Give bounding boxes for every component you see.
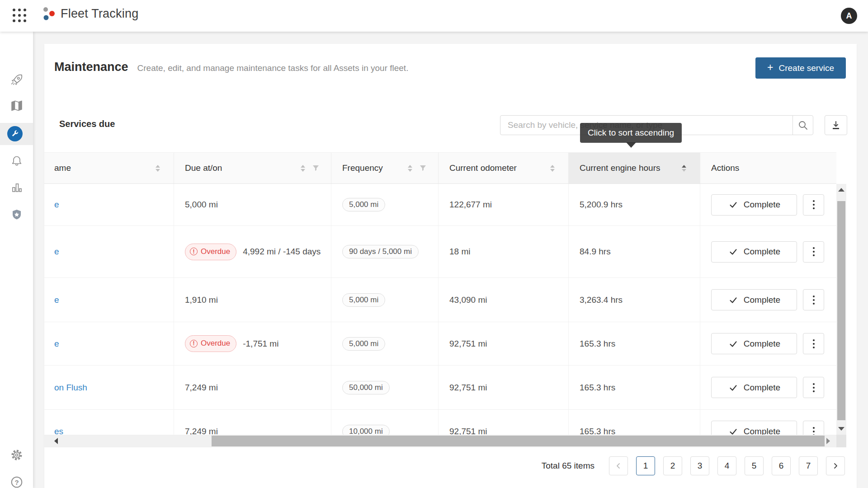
scroll-down-arrow-icon[interactable] [838,427,844,431]
cell-name: e [44,184,174,225]
download-button[interactable] [825,115,847,135]
sort-carets-icon[interactable] [550,165,555,172]
sort-carets-icon[interactable] [682,165,686,172]
service-link[interactable]: e [54,247,59,257]
kebab-menu-button[interactable] [803,377,824,398]
column-header-label: ame [54,163,71,173]
column-header-label: Due at/on [185,163,222,173]
vertical-scrollbar[interactable] [836,184,846,435]
sort-carets-icon[interactable] [408,165,412,172]
complete-label: Complete [744,427,780,435]
service-link[interactable]: es [54,427,63,435]
rocket-icon [9,73,24,87]
pagination-page-4[interactable]: 4 [717,456,736,475]
cell-frequency: 5,000 mi [331,184,439,225]
cell-engine-hours: 84.9 hrs [569,226,700,277]
pagination-page-6[interactable]: 6 [772,456,791,475]
sidebar-item-help[interactable]: ? [0,475,33,488]
frequency-chip: 5,000 mi [342,293,385,307]
vertical-scrollbar-thumb[interactable] [837,201,845,420]
brand-title: Fleet Tracking [61,7,138,21]
kebab-menu-button[interactable] [803,333,824,354]
sidebar: ? » [0,32,33,488]
cell-due: 7,249 mi [174,366,331,409]
column-header[interactable]: ame [44,153,174,183]
horizontal-scrollbar[interactable] [44,435,836,447]
cell-due: 5,000 mi [174,184,331,225]
engine-hours-value: 165.3 hrs [580,383,615,393]
pagination-page-1[interactable]: 1 [636,456,655,475]
brand: Fleet Tracking [42,6,138,21]
complete-button[interactable]: Complete [711,377,797,398]
filter-funnel-icon [420,165,426,171]
cell-actions: Complete [700,278,836,322]
scroll-up-arrow-icon[interactable] [838,188,844,192]
kebab-menu-button[interactable] [803,421,824,435]
horizontal-scrollbar-thumb[interactable] [212,436,825,446]
cell-frequency: 5,000 mi [331,278,439,322]
plus-icon: + [767,61,773,74]
create-service-label: Create service [779,63,835,73]
search-button[interactable] [793,115,813,135]
cell-engine-hours: 165.3 hrs [569,366,700,409]
overdue-alert-icon: ! [190,340,198,347]
due-value: 1,910 mi [185,294,218,306]
sidebar-item-reports[interactable] [0,180,33,195]
pagination-page-2[interactable]: 2 [663,456,682,475]
sidebar-item-alerts[interactable] [0,154,33,168]
download-icon [830,119,842,131]
scrollbar-corner [836,435,846,447]
complete-button[interactable]: Complete [711,241,797,263]
column-header[interactable]: Current odometer [439,153,569,183]
complete-button[interactable]: Complete [711,289,797,310]
chevron-right-icon [832,463,839,469]
sidebar-item-admin[interactable] [0,208,33,222]
app-launcher-grid-icon[interactable] [13,9,28,24]
service-link[interactable]: e [54,200,59,210]
service-link[interactable]: e [54,339,59,349]
complete-label: Complete [744,247,780,257]
scroll-right-arrow-icon[interactable] [826,438,830,444]
cell-engine-hours: 165.3 hrs [569,322,700,365]
scroll-left-arrow-icon[interactable] [54,438,58,444]
sidebar-item-settings[interactable] [0,448,33,462]
pagination-page-7[interactable]: 7 [799,456,818,475]
sort-carets-icon[interactable] [301,165,305,172]
engine-hours-value: 3,263.4 hrs [580,295,623,305]
table-row: e!Overdue-1,751 mi5,000 mi92,751 mi165.3… [44,322,836,366]
page-number: 1 [643,461,648,471]
pagination: Total 65 items 1234567 [542,456,845,475]
frequency-chip: 5,000 mi [342,337,385,351]
sort-tooltip-text: Click to sort ascending [588,128,674,137]
overdue-badge: !Overdue [185,335,236,352]
pagination-page-3[interactable]: 3 [690,456,709,475]
service-link[interactable]: e [54,295,59,305]
column-header[interactable]: Frequency [331,153,439,183]
service-link[interactable]: on Flush [54,383,87,393]
complete-button[interactable]: Complete [711,333,797,354]
sidebar-item-rocket[interactable] [0,73,33,87]
kebab-menu-button[interactable] [803,241,824,263]
odometer-value: 18 mi [449,247,470,257]
user-avatar[interactable]: A [841,8,857,24]
check-icon [728,426,739,435]
sidebar-item-map[interactable] [0,99,33,113]
sidebar-item-maintenance[interactable] [7,126,23,141]
column-header[interactable]: Due at/on [174,153,331,183]
kebab-menu-button[interactable] [803,194,824,216]
complete-button[interactable]: Complete [711,421,797,435]
engine-hours-value: 165.3 hrs [580,339,615,349]
kebab-menu-button[interactable] [803,289,824,310]
create-service-button[interactable]: + Create service [755,57,846,79]
cell-name: e [44,278,174,322]
complete-label: Complete [744,383,780,393]
column-header[interactable]: Current engine hours [569,153,700,183]
complete-button[interactable]: Complete [711,194,797,216]
odometer-value: 92,751 mi [449,339,487,349]
pagination-page-5[interactable]: 5 [745,456,764,475]
pagination-next-button[interactable] [826,456,845,475]
pagination-prev-button[interactable] [609,456,628,475]
sort-carets-icon[interactable] [156,165,160,172]
topbar: Fleet Tracking A [0,0,868,32]
cell-engine-hours: 165.3 hrs [569,410,700,435]
